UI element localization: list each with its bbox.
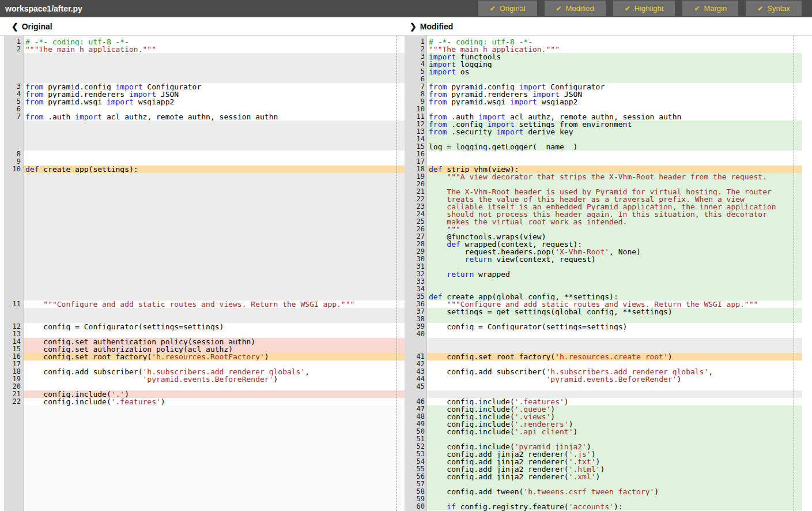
line-number <box>0 121 24 128</box>
diff-filler-row <box>0 263 405 270</box>
code-text <box>24 121 405 128</box>
code-text <box>24 263 405 270</box>
code-text: return wrapped <box>427 270 802 278</box>
code-text <box>24 256 405 263</box>
code-text: import os <box>427 68 802 76</box>
toggle-original-button[interactable]: ✔ Original <box>478 1 537 16</box>
toggle-margin-button[interactable]: ✔ Margin <box>682 1 738 16</box>
line-number: 10 <box>0 166 24 173</box>
code-text <box>24 203 405 211</box>
code-text: config.set_root_factory('h.resources.Roo… <box>24 353 405 360</box>
pane-header-modified: ❯Modified <box>405 22 453 31</box>
line-number <box>0 263 24 270</box>
line-number <box>0 270 24 278</box>
line-number <box>0 136 24 143</box>
code-text <box>24 181 405 188</box>
code-line: 56 config.add_jinja2_renderer('.xml') <box>405 473 802 480</box>
line-number <box>0 68 24 76</box>
code-text: config = Configurator(settings=settings) <box>427 323 802 330</box>
pane-title: Modified <box>420 22 454 31</box>
code-line: 7from .auth import acl_authz, remote_aut… <box>0 113 405 121</box>
diff-filler-row <box>0 53 405 61</box>
button-label: Margin <box>704 4 727 13</box>
diff-filler-row <box>0 196 405 203</box>
line-number <box>0 128 24 136</box>
code-text <box>24 278 405 285</box>
code-text <box>24 241 405 248</box>
line-number: 60 <box>405 503 427 510</box>
code-line: 37 settings = get_settings(global_config… <box>405 308 802 315</box>
diff-filler-row <box>0 188 405 196</box>
code-text: 'pyramid.events.BeforeRender') <box>24 375 405 383</box>
column-margin-line <box>396 36 397 511</box>
diff-filler-row <box>405 338 802 345</box>
line-number <box>0 241 24 248</box>
code-text: import logging <box>427 61 802 68</box>
diff-filler-row <box>0 181 405 188</box>
code-line: 30 return view(context, request) <box>405 256 802 263</box>
pane-header-original: ❮Original <box>0 22 405 31</box>
code-text: makes the virtual root work as intended. <box>427 218 802 226</box>
toggle-modified-button[interactable]: ✔ Modified <box>545 1 606 16</box>
line-number <box>0 181 24 188</box>
code-text <box>24 233 405 241</box>
code-text <box>24 270 405 278</box>
code-text: def create_app(settings): <box>24 166 405 173</box>
code-text <box>427 151 802 158</box>
chevron-left-icon: ❮ <box>12 22 18 31</box>
check-icon: ✔ <box>490 5 496 13</box>
check-icon: ✔ <box>757 5 763 13</box>
code-line: 45 <box>405 383 802 390</box>
code-text: if config.registry.feature('accounts'): <box>427 503 802 510</box>
check-icon: ✔ <box>556 5 562 13</box>
code-text: config.include('.api_client') <box>427 428 802 435</box>
line-number <box>0 285 24 293</box>
chevron-right-icon: ❯ <box>410 22 417 31</box>
diff-filler-row <box>0 256 405 263</box>
title-bar: workspace1/after.py ✔ Original ✔ Modifie… <box>0 0 812 17</box>
code-text <box>24 68 405 76</box>
pane-modified: 1# -*- coding: utf-8 -*-2"""The main h a… <box>405 36 802 511</box>
code-line: 16 <box>405 151 802 158</box>
column-margin-line <box>794 36 794 511</box>
line-number <box>0 308 24 315</box>
code-text <box>24 151 405 158</box>
code-line: 40 <box>405 330 802 338</box>
code-text <box>24 248 405 256</box>
button-label: Modified <box>566 4 594 13</box>
code-text <box>24 173 405 181</box>
code-line: 10def create_app(settings): <box>0 166 405 173</box>
check-icon: ✔ <box>625 5 630 13</box>
toggle-highlight-button[interactable]: ✔ Highlight <box>613 1 675 16</box>
pane-title: Original <box>22 22 52 31</box>
diff-filler-row <box>0 308 405 315</box>
code-text: settings = get_settings(global_config, *… <box>427 308 802 315</box>
code-text: """A view decorator that strips the X-Vh… <box>427 173 802 181</box>
code-text: log = logging.getLogger(__name__) <box>427 143 802 151</box>
line-number <box>0 188 24 196</box>
toggle-syntax-button[interactable]: ✔ Syntax <box>746 1 802 16</box>
code-text: from .auth import acl_authz, remote_auth… <box>24 113 405 121</box>
code-line: 11 """Configure and add static routes an… <box>0 300 405 308</box>
code-text: return view(context, request) <box>427 256 802 263</box>
code-rows-modified: 1# -*- coding: utf-8 -*-2"""The main h a… <box>405 36 802 510</box>
window-title: workspace1/after.py <box>0 0 82 17</box>
code-text <box>24 188 405 196</box>
diff-filler-row <box>0 121 405 128</box>
code-text: 'pyramid.events.BeforeRender') <box>427 375 802 383</box>
diff-filler-row <box>0 143 405 151</box>
code-line: 58 config.add_tween('h.tweens.csrf_tween… <box>405 488 802 495</box>
code-text: config = Configurator(settings=settings) <box>24 323 405 330</box>
code-line: 22 config.include('.features') <box>0 398 405 405</box>
line-number <box>0 203 24 211</box>
code-text <box>24 61 405 68</box>
line-number <box>0 173 24 181</box>
code-text <box>427 383 802 390</box>
code-line: 8 <box>0 151 405 158</box>
code-line: 9from pyramid.wsgi import wsgiapp2 <box>405 98 802 106</box>
line-number: 45 <box>405 383 427 390</box>
code-line: 2"""The main h application.""" <box>0 46 405 53</box>
code-text: """The main h application.""" <box>24 46 405 53</box>
code-line: 32 return wrapped <box>405 270 802 278</box>
line-number <box>0 211 24 218</box>
